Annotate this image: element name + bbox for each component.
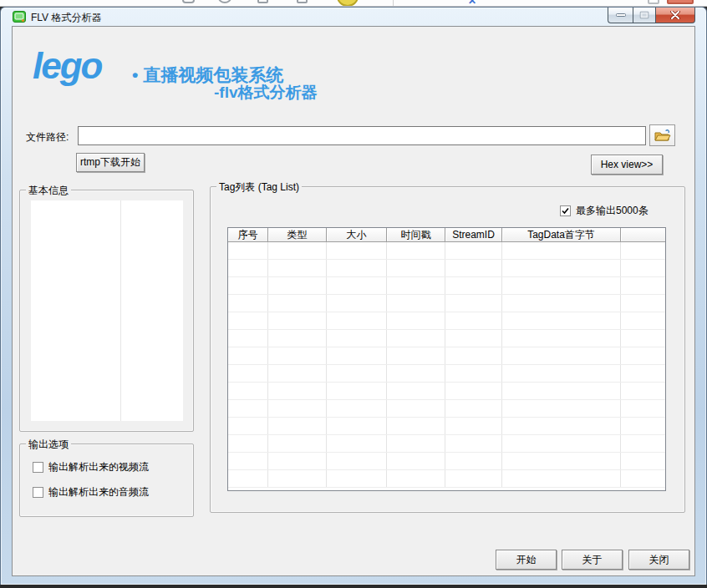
rtmp-download-button[interactable]: rtmp下载开始 (76, 153, 145, 172)
table-cell (268, 330, 327, 347)
browse-button[interactable] (649, 124, 675, 146)
table-cell (621, 418, 666, 434)
table-cell (445, 470, 502, 487)
app-window: FLV 格式分析器 (0, 7, 707, 585)
table-cell (445, 242, 502, 259)
close-app-button[interactable]: 关闭 (628, 550, 689, 570)
table-row (228, 312, 665, 330)
table-cell (445, 260, 502, 276)
basic-info-column-divider (120, 200, 121, 421)
basic-info-title: 基本信息 (26, 184, 71, 198)
table-cell (502, 470, 621, 487)
document-icon (297, 0, 308, 3)
table-cell (445, 418, 502, 434)
table-row (228, 330, 665, 347)
open-folder-icon (654, 129, 671, 142)
table-cell (502, 435, 621, 452)
client-area: lego • 直播视频包装系统 -flv格式分析器 文件路径: rtmp下载开始… (12, 26, 695, 576)
table-cell (228, 242, 268, 259)
table-cell (621, 277, 666, 294)
background-minimize-fragment (648, 0, 659, 4)
checkbox-label: 输出解析出来的音频流 (48, 485, 149, 499)
output-audio-checkbox[interactable]: 输出解析出来的音频流 (33, 485, 149, 499)
chat-bubble-icon (182, 0, 195, 3)
table-cell (445, 453, 502, 469)
table-cell (621, 312, 666, 329)
tag-list-title: Tag列表 (Tag List) (216, 180, 302, 195)
table-cell (502, 312, 621, 329)
column-header[interactable]: 类型 (268, 228, 327, 242)
minimize-button[interactable] (608, 8, 633, 23)
table-cell (621, 330, 666, 347)
table-cell (387, 260, 445, 276)
column-header[interactable]: StreamID (445, 228, 502, 242)
table-cell (228, 277, 268, 294)
table-cell (445, 383, 502, 399)
table-cell (387, 383, 445, 399)
minimize-icon (616, 13, 626, 17)
table-cell (621, 295, 666, 312)
start-button[interactable]: 开始 (496, 550, 557, 570)
table-cell (327, 312, 387, 329)
column-header[interactable]: 大小 (327, 228, 387, 242)
table-cell (621, 383, 666, 399)
file-path-label: 文件路径: (26, 130, 69, 144)
blue-close-icon: ✕ (468, 0, 476, 7)
table-cell (327, 418, 387, 434)
table-row (228, 400, 665, 418)
table-row (228, 365, 665, 383)
table-row (228, 453, 665, 470)
table-cell (387, 435, 445, 452)
column-header[interactable]: 时间戳 (387, 228, 445, 242)
background-window-strip: ✕ (0, 0, 707, 7)
tag-table-header: 序号类型大小时间戳StreamIDTagData首字节 (228, 228, 665, 242)
file-path-input[interactable] (78, 126, 646, 145)
output-video-checkbox[interactable]: 输出解析出来的视频流 (33, 460, 149, 474)
app-subtitle: -flv格式分析器 (214, 82, 318, 104)
table-cell (228, 330, 268, 347)
table-cell (228, 365, 268, 382)
table-cell (228, 418, 268, 434)
table-row (228, 242, 665, 260)
tag-table-body (228, 242, 665, 488)
checkbox-box (33, 487, 43, 498)
table-cell (268, 347, 327, 364)
basic-info-list[interactable] (31, 200, 183, 421)
table-cell (387, 365, 445, 382)
table-row (228, 347, 665, 365)
check-icon (562, 207, 569, 215)
window-controls (608, 8, 695, 24)
table-cell (445, 400, 502, 417)
checkbox-label: 输出解析出来的视频流 (48, 460, 149, 474)
table-cell (228, 312, 268, 329)
logo-text: lego (33, 45, 101, 87)
table-cell (387, 330, 445, 347)
titlebar[interactable]: FLV 格式分析器 (1, 8, 706, 26)
column-header[interactable]: TagData首字节 (502, 228, 621, 242)
table-cell (268, 400, 327, 417)
close-icon (670, 11, 680, 19)
table-cell (621, 470, 666, 487)
table-cell (445, 295, 502, 312)
column-header-spacer[interactable] (621, 228, 666, 242)
close-button[interactable] (656, 8, 695, 23)
hex-view-button[interactable]: Hex view>> (591, 155, 663, 175)
table-cell (621, 365, 666, 382)
table-cell (268, 277, 327, 294)
table-cell (445, 277, 502, 294)
table-cell (327, 347, 387, 364)
app-icon (13, 10, 26, 23)
table-cell (621, 435, 666, 452)
limit-5000-checkbox[interactable]: 最多输出5000条 (560, 204, 649, 218)
table-cell (502, 347, 621, 364)
table-cell (502, 295, 621, 312)
maximize-button[interactable] (633, 8, 656, 23)
table-row (228, 470, 665, 488)
desktop-background: ✕ FLV 格式分析器 (0, 0, 707, 588)
output-options-group: 输出选项 输出解析出来的视频流 输出解析出来的音频流 (19, 444, 194, 517)
table-cell (327, 453, 387, 469)
column-header[interactable]: 序号 (228, 228, 268, 242)
tag-table[interactable]: 序号类型大小时间戳StreamIDTagData首字节 (227, 227, 666, 491)
table-cell (327, 295, 387, 312)
about-button[interactable]: 关于 (562, 550, 623, 570)
